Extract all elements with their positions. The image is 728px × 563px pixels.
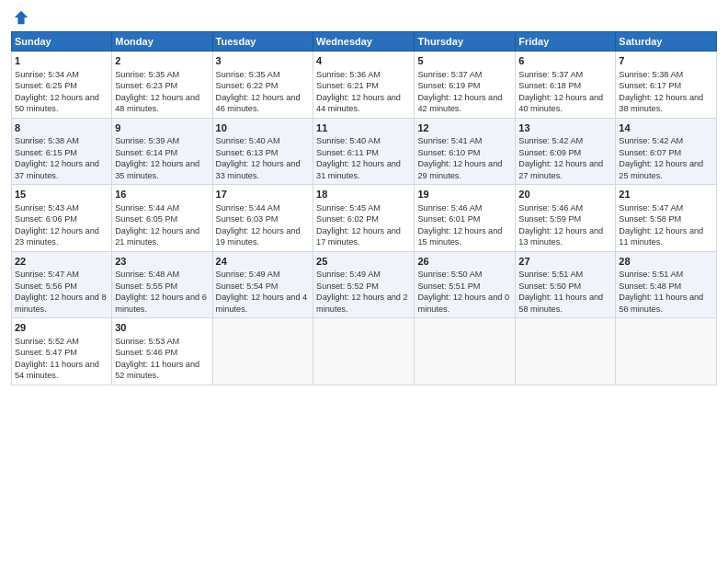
daylight: Daylight: 12 hours and 35 minutes. [115,159,199,179]
daylight: Daylight: 12 hours and 44 minutes. [316,93,401,113]
calendar-week-3: 15 Sunrise: 5:43 AM Sunset: 6:06 PM Dayl… [12,185,717,252]
page: Sunday Monday Tuesday Wednesday Thursday… [0,0,728,563]
daylight: Daylight: 12 hours and 33 minutes. [216,159,301,179]
sunset: Sunset: 5:48 PM [619,282,681,291]
day-number: 11 [316,121,411,135]
day-number: 16 [115,188,209,201]
day-number: 18 [316,188,411,201]
calendar-cell [616,318,717,385]
daylight: Daylight: 12 hours and 17 minutes. [316,226,401,247]
sunrise: Sunrise: 5:42 AM [518,136,583,145]
day-number: 14 [619,121,713,135]
sunrise: Sunrise: 5:49 AM [216,270,280,279]
day-number: 28 [619,255,713,269]
calendar-cell [212,318,313,385]
daylight: Daylight: 12 hours and 46 minutes. [216,93,301,113]
daylight: Daylight: 12 hours and 42 minutes. [417,93,502,113]
day-number: 25 [316,255,411,269]
sunset: Sunset: 6:18 PM [518,81,581,90]
calendar-cell [415,318,516,385]
sunrise: Sunrise: 5:51 AM [518,270,583,279]
header-monday: Monday [112,32,212,52]
day-number: 10 [216,121,310,135]
sunrise: Sunrise: 5:34 AM [15,70,79,79]
calendar-cell: 5 Sunrise: 5:37 AM Sunset: 6:19 PM Dayli… [415,52,516,119]
calendar-cell: 20 Sunrise: 5:46 AM Sunset: 5:59 PM Dayl… [516,185,616,252]
sunset: Sunset: 6:11 PM [316,148,379,157]
day-number: 27 [518,255,612,269]
sunrise: Sunrise: 5:44 AM [115,203,179,213]
sunset: Sunset: 6:21 PM [316,81,379,90]
header-saturday: Saturday [616,32,717,52]
sunset: Sunset: 6:02 PM [316,214,379,224]
day-number: 21 [619,188,713,201]
header-wednesday: Wednesday [313,32,415,52]
calendar-cell: 16 Sunrise: 5:44 AM Sunset: 6:05 PM Dayl… [112,185,212,252]
daylight: Daylight: 12 hours and 48 minutes. [115,93,199,113]
daylight: Daylight: 12 hours and 0 minutes. [417,293,509,313]
sunrise: Sunrise: 5:41 AM [417,136,482,145]
daylight: Daylight: 12 hours and 23 minutes. [15,226,99,247]
daylight: Daylight: 11 hours and 58 minutes. [518,293,603,313]
sunset: Sunset: 6:01 PM [417,214,480,224]
calendar-cell: 28 Sunrise: 5:51 AM Sunset: 5:48 PM Dayl… [616,251,717,318]
calendar-week-1: 1 Sunrise: 5:34 AM Sunset: 6:25 PM Dayli… [12,52,717,119]
sunset: Sunset: 6:07 PM [619,148,681,157]
daylight: Daylight: 12 hours and 6 minutes. [115,293,207,313]
day-number: 2 [115,54,209,68]
sunset: Sunset: 5:52 PM [316,282,379,291]
sunset: Sunset: 5:47 PM [15,348,77,357]
sunrise: Sunrise: 5:45 AM [316,203,381,213]
day-number: 23 [115,255,209,269]
calendar-cell: 7 Sunrise: 5:38 AM Sunset: 6:17 PM Dayli… [616,52,717,119]
calendar-cell: 4 Sunrise: 5:36 AM Sunset: 6:21 PM Dayli… [313,52,415,119]
calendar: Sunday Monday Tuesday Wednesday Thursday… [11,31,717,385]
svg-marker-0 [15,11,28,24]
sunset: Sunset: 6:05 PM [115,214,177,224]
calendar-cell: 6 Sunrise: 5:37 AM Sunset: 6:18 PM Dayli… [516,52,616,119]
day-number: 29 [15,321,108,335]
sunrise: Sunrise: 5:47 AM [619,203,683,213]
logo [11,9,29,26]
sunset: Sunset: 6:06 PM [15,214,77,224]
sunrise: Sunrise: 5:44 AM [216,203,280,213]
calendar-cell: 8 Sunrise: 5:38 AM Sunset: 6:15 PM Dayli… [12,118,112,185]
daylight: Daylight: 12 hours and 21 minutes. [115,226,199,247]
sunset: Sunset: 6:14 PM [115,148,177,157]
daylight: Daylight: 12 hours and 11 minutes. [619,226,703,247]
header-thursday: Thursday [415,32,516,52]
day-number: 4 [316,54,411,68]
sunrise: Sunrise: 5:40 AM [316,136,381,145]
day-number: 3 [216,54,310,68]
calendar-cell: 11 Sunrise: 5:40 AM Sunset: 6:11 PM Dayl… [313,118,415,185]
sunrise: Sunrise: 5:46 AM [417,203,482,213]
calendar-cell: 13 Sunrise: 5:42 AM Sunset: 6:09 PM Dayl… [516,118,616,185]
sunset: Sunset: 6:19 PM [417,81,480,90]
calendar-cell: 29 Sunrise: 5:52 AM Sunset: 5:47 PM Dayl… [12,318,112,385]
sunset: Sunset: 5:59 PM [518,214,581,224]
calendar-cell: 9 Sunrise: 5:39 AM Sunset: 6:14 PM Dayli… [112,118,212,185]
day-number: 7 [619,54,713,68]
day-number: 9 [115,121,209,135]
sunset: Sunset: 6:25 PM [15,81,77,90]
weekday-header-row: Sunday Monday Tuesday Wednesday Thursday… [12,32,717,52]
daylight: Daylight: 12 hours and 4 minutes. [216,293,308,313]
sunset: Sunset: 6:22 PM [216,81,279,90]
daylight: Daylight: 12 hours and 38 minutes. [619,93,703,113]
calendar-cell: 25 Sunrise: 5:49 AM Sunset: 5:52 PM Dayl… [313,251,415,318]
calendar-week-4: 22 Sunrise: 5:47 AM Sunset: 5:56 PM Dayl… [12,251,717,318]
calendar-cell [313,318,415,385]
calendar-cell: 27 Sunrise: 5:51 AM Sunset: 5:50 PM Dayl… [516,251,616,318]
calendar-cell: 14 Sunrise: 5:42 AM Sunset: 6:07 PM Dayl… [616,118,717,185]
daylight: Daylight: 11 hours and 54 minutes. [15,360,99,380]
calendar-cell: 26 Sunrise: 5:50 AM Sunset: 5:51 PM Dayl… [415,251,516,318]
header [11,9,717,26]
sunrise: Sunrise: 5:51 AM [619,270,683,279]
logo-text [11,9,29,26]
calendar-cell: 10 Sunrise: 5:40 AM Sunset: 6:13 PM Dayl… [212,118,313,185]
day-number: 6 [518,54,612,68]
calendar-cell: 23 Sunrise: 5:48 AM Sunset: 5:55 PM Dayl… [112,251,212,318]
sunset: Sunset: 6:09 PM [518,148,581,157]
daylight: Daylight: 11 hours and 52 minutes. [115,360,199,380]
day-number: 12 [417,121,512,135]
